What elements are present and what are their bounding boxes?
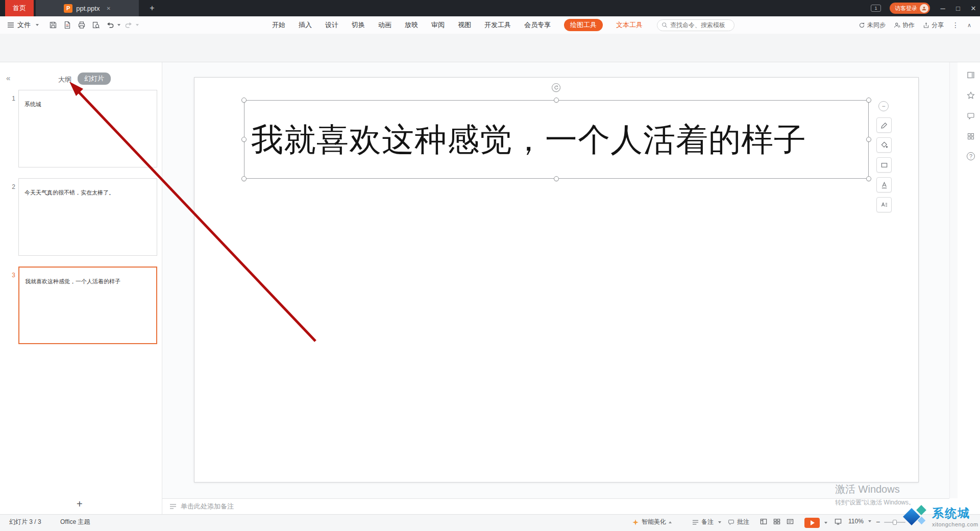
- comments-button[interactable]: 批注: [728, 518, 749, 526]
- save-button[interactable]: [47, 19, 59, 31]
- search-input[interactable]: [670, 21, 730, 29]
- collapse-panel-button[interactable]: «: [6, 74, 10, 82]
- resize-handle-bottom[interactable]: [554, 176, 559, 181]
- print-preview-button[interactable]: [90, 19, 102, 31]
- tab-review[interactable]: 审阅: [431, 20, 445, 30]
- slide-thumbnail-2[interactable]: 今天天气真的很不错，实在太棒了。: [18, 178, 157, 256]
- vertical-scrollbar[interactable]: [949, 62, 958, 498]
- share-button[interactable]: 分享: [923, 21, 944, 30]
- export-pdf-button[interactable]: [61, 19, 74, 31]
- notes-toggle-button[interactable]: 备注: [692, 518, 721, 526]
- tab-text-tools[interactable]: 文本工具: [616, 20, 643, 30]
- slide-counter: 幻灯片 3 / 3: [9, 518, 41, 526]
- font-color-icon: [880, 181, 888, 189]
- undo-caret-icon[interactable]: [117, 24, 120, 26]
- undo-button[interactable]: [104, 19, 116, 31]
- tab-member[interactable]: 会员专享: [524, 20, 551, 30]
- tab-slideshow[interactable]: 放映: [405, 20, 418, 30]
- fit-to-window-button[interactable]: [834, 518, 842, 525]
- thumbnail-text: 系统城: [24, 101, 41, 108]
- redo-button[interactable]: [122, 19, 135, 31]
- notes-icon: [169, 503, 177, 510]
- resize-handle-top[interactable]: [554, 98, 559, 103]
- titlebar: 首页 P ppt.pptx ✕ + 1 访客登录 ─ □ ✕: [0, 0, 980, 16]
- quick-font-color-button[interactable]: [876, 177, 892, 192]
- activate-windows-watermark: 激活 Windows 转到“设置”以激活 Windows。: [835, 482, 915, 507]
- document-tab[interactable]: P ppt.pptx ✕: [36, 0, 139, 16]
- resize-handle-top-right[interactable]: [866, 98, 871, 103]
- outline-tab[interactable]: 大纲: [58, 75, 71, 84]
- tab-drawing-tools[interactable]: 绘图工具: [564, 19, 603, 31]
- resize-handle-top-left[interactable]: [241, 98, 247, 103]
- more-menu-icon[interactable]: ⋮: [952, 21, 959, 29]
- rotation-handle[interactable]: [552, 83, 560, 92]
- comments-pane-icon[interactable]: [966, 111, 975, 120]
- comment-bubble-icon: [728, 519, 734, 525]
- site-domain: xitongcheng.com: [932, 521, 978, 527]
- theme-name[interactable]: Office 主题: [60, 518, 90, 526]
- tab-transition[interactable]: 切换: [352, 20, 365, 30]
- workspace-badge[interactable]: 1: [871, 5, 881, 12]
- help-icon[interactable]: ?: [967, 152, 975, 160]
- play-slideshow-button[interactable]: [804, 518, 827, 528]
- notes-toggle-label: 备注: [701, 518, 714, 526]
- rectangle-icon: [880, 161, 888, 169]
- notes-bar[interactable]: 单击此处添加备注: [162, 498, 949, 514]
- resize-handle-left[interactable]: [241, 137, 247, 142]
- zoom-out-button[interactable]: −: [876, 518, 880, 526]
- slide-title-text[interactable]: 我就喜欢这种感觉，一个人活着的样子: [251, 100, 806, 179]
- new-tab-button[interactable]: +: [145, 0, 159, 16]
- watermark-line1: 激活 Windows: [835, 482, 915, 496]
- zoom-level-label: 110%: [848, 518, 864, 525]
- properties-pane-icon[interactable]: [966, 70, 975, 80]
- quick-fill-button[interactable]: [876, 137, 892, 153]
- collaborate-button[interactable]: 协作: [894, 21, 915, 30]
- tab-design[interactable]: 设计: [325, 20, 338, 30]
- close-button[interactable]: ✕: [966, 0, 980, 16]
- tab-close-icon[interactable]: ✕: [106, 6, 110, 11]
- workspace-badge-label: 1: [874, 6, 877, 11]
- people-icon: [894, 22, 900, 29]
- tab-home[interactable]: 开始: [272, 20, 285, 30]
- slide-thumbnail-1[interactable]: 系统城: [18, 90, 157, 167]
- resize-handle-bottom-left[interactable]: [241, 176, 247, 181]
- login-button[interactable]: 访客登录: [890, 3, 930, 14]
- menubar: 文件: [0, 16, 980, 34]
- slide-thumbnail-3-selected[interactable]: 我就喜欢这种感觉，一个人活着的样子: [18, 267, 157, 344]
- maximize-button[interactable]: □: [950, 0, 966, 16]
- smart-beautify-button[interactable]: 智能美化: [632, 518, 672, 526]
- quick-text-format-button[interactable]: [876, 197, 892, 212]
- slide-sorter-view-button[interactable]: [773, 518, 781, 525]
- tab-insert[interactable]: 插入: [299, 20, 312, 30]
- add-slide-button[interactable]: +: [77, 498, 83, 510]
- play-caret-icon[interactable]: [824, 522, 827, 524]
- zoom-slider-knob[interactable]: [893, 520, 897, 525]
- fit-window-icon: [834, 518, 842, 525]
- reading-view-button[interactable]: [786, 518, 794, 525]
- tab-animation[interactable]: 动画: [378, 20, 391, 30]
- redo-caret-icon[interactable]: [136, 24, 139, 26]
- print-button[interactable]: [76, 19, 88, 31]
- collapse-ribbon-icon[interactable]: ∧: [967, 22, 971, 29]
- command-search-box[interactable]: [657, 19, 734, 31]
- minimize-button[interactable]: ─: [935, 0, 950, 16]
- watermark-line2: 转到“设置”以激活 Windows。: [835, 498, 915, 507]
- favorites-icon[interactable]: [966, 91, 975, 100]
- tab-view[interactable]: 视图: [458, 20, 471, 30]
- sync-icon: [859, 22, 865, 29]
- zoom-level[interactable]: 110%: [848, 518, 871, 525]
- quick-edit-button[interactable]: [876, 117, 892, 133]
- apps-pane-icon[interactable]: [966, 132, 975, 141]
- tab-developer[interactable]: 开发工具: [484, 20, 511, 30]
- sync-status[interactable]: 未同步: [859, 21, 886, 30]
- normal-view-button[interactable]: [760, 518, 768, 525]
- slides-tab[interactable]: 幻灯片: [78, 73, 111, 85]
- resize-handle-bottom-right[interactable]: [866, 176, 871, 181]
- zoom-slider[interactable]: [884, 522, 905, 523]
- home-tab[interactable]: 首页: [5, 0, 34, 16]
- login-button-label: 访客登录: [895, 5, 917, 12]
- resize-handle-right[interactable]: [866, 137, 871, 142]
- quick-shape-button[interactable]: [876, 157, 892, 173]
- file-menu[interactable]: 文件: [7, 19, 39, 31]
- collapse-toolbar-button[interactable]: −: [878, 101, 889, 111]
